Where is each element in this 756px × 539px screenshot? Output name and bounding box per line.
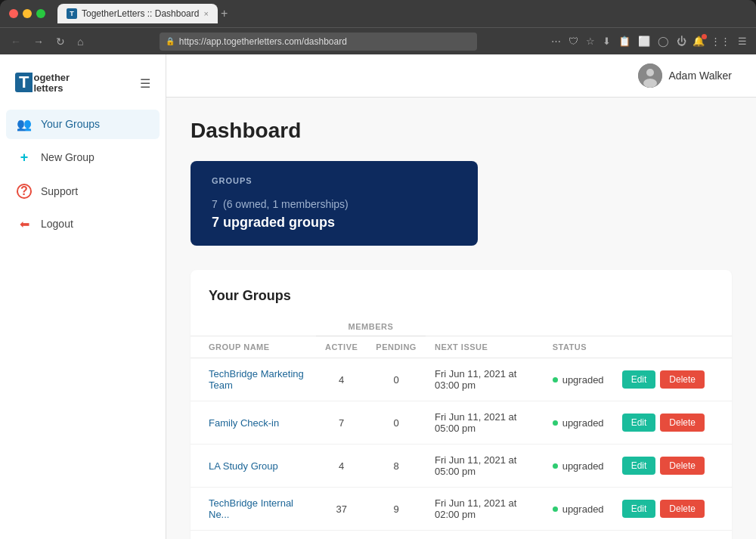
next-issue-cell: Fri Jun 11, 2021 at 05:00 pm xyxy=(426,401,544,445)
sidebar-label-new-group: New Group xyxy=(41,151,94,163)
stats-card: GROUPS 7 (6 owned, 1 memberships) 7 upgr… xyxy=(191,161,478,246)
active-cell: 4 xyxy=(316,445,367,488)
group-name-link[interactable]: TechBridge Marketing Team xyxy=(209,368,304,391)
app-container: T ogether letters ☰ 👥 Your Groups + New … xyxy=(0,54,756,539)
col-actions xyxy=(613,336,732,358)
edit-button[interactable]: Edit xyxy=(622,500,656,518)
status-cell: upgraded xyxy=(544,401,613,445)
tab-favicon: T xyxy=(67,8,77,19)
col-status: STATUS xyxy=(544,336,613,358)
pending-cell: 50 xyxy=(367,531,426,540)
sidebar-item-support[interactable]: ? Support xyxy=(6,176,160,206)
status-cell: upgraded xyxy=(544,488,613,531)
lock-icon: 🔒 xyxy=(166,37,175,45)
status-text: upgraded xyxy=(562,460,604,472)
home-button[interactable]: ⌂ xyxy=(74,34,86,49)
sidebar-label-support: Support xyxy=(41,185,78,197)
group-name-cell: LA 2020 xyxy=(191,531,316,540)
address-bar[interactable]: 🔒 https://app.togetherletters.com/dashbo… xyxy=(160,33,477,51)
extensions-icon[interactable]: ⋯ xyxy=(550,34,562,48)
star-icon[interactable]: ☆ xyxy=(584,34,596,48)
minimize-button[interactable] xyxy=(23,9,32,18)
action-cell: Edit Delete xyxy=(613,531,732,540)
sidebar-item-new-group[interactable]: + New Group xyxy=(6,142,160,173)
group-name-cell: LA Study Group xyxy=(191,445,316,488)
status-cell: upgraded xyxy=(544,358,613,401)
members-group-header: MEMBERS xyxy=(191,319,732,336)
delete-button[interactable]: Delete xyxy=(660,414,705,432)
download-icon[interactable]: ⬇ xyxy=(601,34,612,48)
avatar xyxy=(638,64,662,88)
reading-list-icon[interactable]: 📋 xyxy=(617,34,632,48)
profile-circle-icon[interactable]: ◯ xyxy=(656,34,671,48)
active-cell: 53 xyxy=(316,531,367,540)
table-row: TechBridge Internal Ne... 37 9 Fri Jun 1… xyxy=(191,488,732,531)
logout-icon: ⬅ xyxy=(17,217,32,231)
delete-button[interactable]: Delete xyxy=(660,500,705,518)
active-cell: 4 xyxy=(316,358,367,401)
menu-icon[interactable]: ☰ xyxy=(736,34,748,48)
active-tab[interactable]: T TogetherLetters :: Dashboard × xyxy=(57,4,218,23)
action-cell: Edit Delete xyxy=(613,358,732,401)
pending-cell: 0 xyxy=(367,358,426,401)
sidebar-label-logout: Logout xyxy=(41,218,73,230)
next-issue-cell: Fri Jun 11, 2021 at 01:00 pm xyxy=(426,531,544,540)
delete-button[interactable]: Delete xyxy=(660,370,705,389)
notification-icon[interactable]: 🔔 xyxy=(692,36,705,47)
reload-button[interactable]: ↻ xyxy=(53,34,68,49)
app-logo: T ogether letters xyxy=(15,73,70,94)
edit-button[interactable]: Edit xyxy=(622,457,656,475)
group-name-cell: TechBridge Marketing Team xyxy=(191,358,316,401)
action-cell: Edit Delete xyxy=(613,401,732,445)
sidebar-item-your-groups[interactable]: 👥 Your Groups xyxy=(6,110,160,139)
empty-header-2 xyxy=(426,319,732,336)
delete-button[interactable]: Delete xyxy=(660,457,705,475)
edit-button[interactable]: Edit xyxy=(622,370,656,389)
tab-title: TogetherLetters :: Dashboard xyxy=(82,8,199,19)
col-pending: PENDING xyxy=(367,336,426,358)
stats-number: 7 (6 owned, 1 memberships) xyxy=(212,190,457,213)
add-icon: + xyxy=(17,150,32,166)
group-name-link[interactable]: Family Check-in xyxy=(209,417,279,429)
table-row: LA 2020 53 50 Fri Jun 11, 2021 at 01:00 … xyxy=(191,531,732,540)
maximize-button[interactable] xyxy=(36,9,45,18)
close-button[interactable] xyxy=(9,9,18,18)
sidebar: T ogether letters ☰ 👥 Your Groups + New … xyxy=(0,54,166,539)
user-info[interactable]: Adam Walker xyxy=(638,64,732,88)
sidebar-item-logout[interactable]: ⬅ Logout xyxy=(6,209,160,239)
members-header: MEMBERS xyxy=(316,319,426,336)
logo-text: ogether letters xyxy=(33,73,70,94)
action-cell: Edit Delete xyxy=(613,488,732,531)
top-header: Adam Walker xyxy=(166,54,756,98)
forward-button[interactable]: → xyxy=(30,34,47,49)
col-group-name: GROUP NAME xyxy=(191,336,316,358)
stats-detail: (6 owned, 1 memberships) xyxy=(223,198,349,210)
shield-icon[interactable]: 🛡 xyxy=(567,34,580,48)
grid-icon[interactable]: ⋮⋮ xyxy=(709,34,732,48)
tab-view-icon[interactable]: ⬜ xyxy=(637,34,652,48)
page-title: Dashboard xyxy=(191,119,732,143)
groups-section-title: Your Groups xyxy=(191,288,732,319)
traffic-lights xyxy=(9,9,45,18)
edit-button[interactable]: Edit xyxy=(622,414,656,432)
svg-point-1 xyxy=(646,69,654,76)
power-icon[interactable]: ⏻ xyxy=(675,34,688,48)
new-tab-button[interactable]: + xyxy=(221,7,228,20)
status-dot xyxy=(553,463,558,469)
tab-close-icon[interactable]: × xyxy=(203,9,208,18)
hamburger-icon[interactable]: ☰ xyxy=(140,76,150,91)
browser-toolbar: ⋯ 🛡 ☆ ⬇ 📋 ⬜ ◯ ⏻ 🔔 ⋮⋮ ☰ xyxy=(550,34,748,48)
logo-area: T ogether letters ☰ xyxy=(0,67,166,110)
active-cell: 7 xyxy=(316,401,367,445)
group-name-link[interactable]: TechBridge Internal Ne... xyxy=(209,497,293,520)
status-cell: upgraded xyxy=(544,531,613,540)
group-name-cell: Family Check-in xyxy=(191,401,316,445)
back-button[interactable]: ← xyxy=(8,34,24,49)
stats-upgraded: 7 upgraded groups xyxy=(212,215,457,231)
status-text: upgraded xyxy=(562,503,604,515)
groups-icon: 👥 xyxy=(17,117,32,132)
user-name: Adam Walker xyxy=(668,70,732,82)
next-issue-cell: Fri Jun 11, 2021 at 03:00 pm xyxy=(426,358,544,401)
group-name-link[interactable]: LA Study Group xyxy=(209,460,278,472)
groups-table: MEMBERS GROUP NAME ACTIVE PENDING NEXT I… xyxy=(191,319,732,539)
